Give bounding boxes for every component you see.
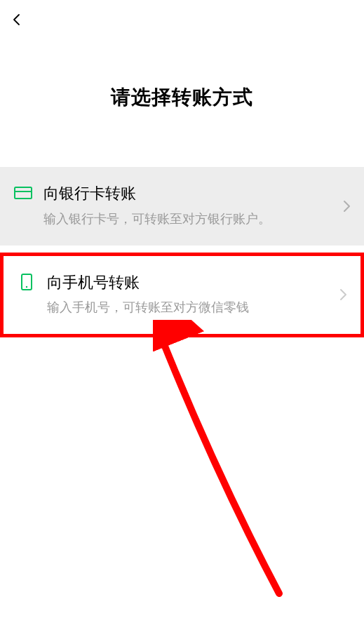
option-title: 向手机号转账: [47, 273, 330, 293]
option-desc: 输入银行卡号，可转账至对方银行账户。: [43, 210, 333, 229]
card-icon: [14, 184, 32, 202]
chevron-right-icon: [339, 288, 348, 301]
option-bank-card[interactable]: 向银行卡转账 输入银行卡号，可转账至对方银行账户。: [0, 167, 364, 246]
phone-icon: [18, 273, 36, 291]
option-text: 向银行卡转账 输入银行卡号，可转账至对方银行账户。: [43, 184, 350, 229]
svg-rect-0: [15, 187, 32, 199]
option-title: 向银行卡转账: [43, 184, 333, 204]
option-text: 向手机号转账 输入手机号，可转账至对方微信零钱: [47, 273, 346, 318]
chevron-right-icon: [343, 200, 351, 213]
option-phone-number[interactable]: 向手机号转账 输入手机号，可转账至对方微信零钱: [0, 253, 364, 338]
annotation-arrow: [153, 320, 293, 603]
svg-point-3: [26, 286, 27, 287]
options-list: 向银行卡转账 输入银行卡号，可转账至对方银行账户。 向手机号转账 输入手机号，可…: [0, 167, 364, 337]
back-button[interactable]: [10, 13, 24, 27]
option-desc: 输入手机号，可转账至对方微信零钱: [47, 298, 330, 317]
chevron-left-icon: [10, 13, 24, 27]
page-title: 请选择转账方式: [0, 84, 364, 111]
